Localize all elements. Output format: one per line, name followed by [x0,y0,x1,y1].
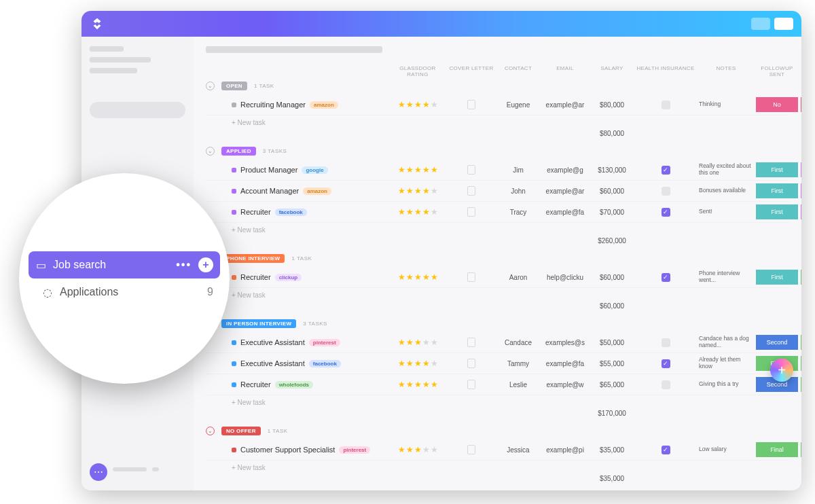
health-insurance-checkbox[interactable]: ✓ [662,273,670,282]
company-tag[interactable]: wholefoods [275,381,313,389]
rating-stars[interactable]: ★★★★★ [391,100,445,109]
interview-badge[interactable]: Waiting [801,162,801,177]
task-row[interactable]: Customer Support Specialistpinterest ★★★… [206,439,789,461]
company-tag[interactable]: pinterest [309,339,340,346]
document-icon[interactable] [467,165,475,175]
followup-badge[interactable]: First [756,270,798,285]
followup-badge[interactable]: No [756,97,798,112]
column-headers: GLASSDOOR RATINGCOVER LETTERCONTACTEMAIL… [206,65,789,77]
notes-cell[interactable]: Already let them know [699,357,753,370]
sidebar-item-job-search[interactable]: ▭ Job search ••• + [29,251,220,278]
followup-badge[interactable]: Final [756,442,798,457]
status-pill[interactable]: OPEN [221,82,247,90]
task-row[interactable]: Product Managergoogle ★★★★★ Jim example@… [206,160,789,181]
company-tag[interactable]: pinterest [339,446,370,454]
rating-stars[interactable]: ★★★★★ [391,165,445,175]
topbar [82,11,801,37]
sidebar-search[interactable] [90,102,185,118]
notes-cell[interactable]: Sent! [699,209,753,215]
status-pill[interactable]: NO OFFER [221,427,261,435]
document-icon[interactable] [467,338,475,347]
health-insurance-checkbox[interactable] [662,380,670,389]
new-task-button[interactable]: + New task [206,461,789,475]
task-row[interactable]: Recruiterwholefoods ★★★★★ Leslie example… [206,374,789,395]
title-skeleton [206,46,382,53]
rating-stars[interactable]: ★★★★★ [391,359,445,368]
status-pill[interactable]: IN PERSON INTERVIEW [221,319,296,328]
company-tag[interactable]: facebook [309,360,341,367]
company-tag[interactable]: amazon [303,187,331,195]
collapse-icon[interactable]: ⌄ [206,427,215,435]
followup-badge[interactable]: First [756,204,798,219]
interview-badge[interactable]: No [801,97,801,112]
rating-stars[interactable]: ★★★★★ [391,272,445,282]
task-count: 3 TASKS [263,148,287,154]
new-task-button[interactable]: + New task [206,223,789,237]
task-row[interactable]: Recruiterclickup ★★★★★ Aaron help@clicku… [206,267,789,288]
document-icon[interactable] [467,272,475,282]
task-row[interactable]: Recruiting Manageramazon ★★★★★ Eugene ex… [206,94,789,115]
interview-badge[interactable]: Waiting [801,183,801,198]
new-task-button[interactable]: + New task [206,115,789,130]
rating-stars[interactable]: ★★★★★ [391,207,445,217]
interview-badge[interactable]: Scheduled [801,356,801,371]
rating-stars[interactable]: ★★★★★ [391,445,445,454]
notes-cell[interactable]: Phone interview went... [699,270,753,284]
topbar-button[interactable] [751,18,770,30]
interview-badge[interactable]: Waiting [801,204,801,219]
followup-badge[interactable]: First [756,162,798,177]
collapse-icon[interactable]: ⌄ [206,82,215,90]
company-tag[interactable]: facebook [275,209,307,216]
followup-badge[interactable]: First [756,183,798,198]
status-pill[interactable]: PHONE INTERVIEW [221,254,285,263]
document-icon[interactable] [467,380,475,389]
health-insurance-checkbox[interactable]: ✓ [662,208,670,217]
interview-badge[interactable]: Scheduled [801,442,801,457]
email-cell: example@ar [541,187,589,195]
interview-badge[interactable]: Scheduled [801,270,801,285]
task-row[interactable]: Account Manageramazon ★★★★★ John example… [206,181,789,202]
task-row[interactable]: Recruiterfacebook ★★★★★ Tracy example@fa… [206,202,789,223]
notes-cell[interactable]: Really excited about this one [699,163,753,177]
collapse-icon[interactable]: ⌄ [206,147,215,156]
company-tag[interactable]: amazon [310,101,338,109]
document-icon[interactable] [467,207,475,217]
notes-cell[interactable]: Thinking [699,101,753,108]
add-icon[interactable]: + [198,257,213,272]
rating-stars[interactable]: ★★★★★ [391,186,445,196]
status-pill[interactable]: APPLIED [221,147,256,156]
followup-badge[interactable]: Second [756,335,798,350]
document-icon[interactable] [467,445,475,454]
notes-cell[interactable]: Candace has a dog named... [699,336,753,349]
fab-add-button[interactable]: + [770,359,793,382]
interview-badge[interactable]: Scheduled [801,335,801,350]
rating-stars[interactable]: ★★★★★ [391,380,445,389]
health-insurance-checkbox[interactable]: ✓ [662,359,670,368]
notes-cell[interactable]: Giving this a try [699,381,753,388]
sidebar-item-applications[interactable]: ◌ Applications 9 [29,278,220,306]
document-icon[interactable] [467,186,475,196]
more-icon[interactable]: ••• [176,259,192,271]
new-task-button[interactable]: + New task [206,288,789,302]
interview-badge[interactable]: Scheduled [801,377,801,392]
document-icon[interactable] [467,100,475,109]
notes-cell[interactable]: Low salary [699,446,753,453]
task-row[interactable]: Executive Assistantpinterest ★★★★★ Canda… [206,332,789,353]
company-tag[interactable]: google [302,166,327,174]
sidebar-zoom-overlay: ▭ Job search ••• + ◌ Applications 9 [19,173,230,384]
new-task-button[interactable]: + New task [206,395,789,410]
health-insurance-checkbox[interactable] [662,187,670,196]
company-tag[interactable]: clickup [275,274,302,281]
sidebar-skeleton [90,68,137,73]
document-icon[interactable] [467,359,475,368]
chat-icon[interactable]: ⋯ [90,463,107,481]
rating-stars[interactable]: ★★★★★ [391,338,445,347]
health-insurance-checkbox[interactable]: ✓ [662,166,670,175]
notes-cell[interactable]: Bonuses available [699,187,753,194]
health-insurance-checkbox[interactable] [662,101,670,109]
task-row[interactable]: Executive Assistantfacebook ★★★★★ Tammy … [206,353,789,374]
topbar-button[interactable] [774,18,793,30]
health-insurance-checkbox[interactable] [662,338,670,347]
contact-cell: John [498,187,539,195]
health-insurance-checkbox[interactable]: ✓ [662,446,670,454]
